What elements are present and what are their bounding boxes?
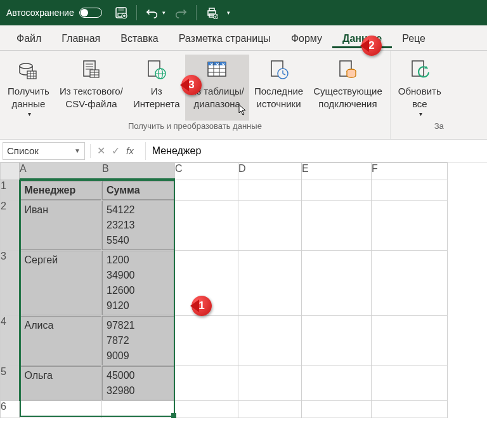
row-header-6[interactable]: 6 <box>1 400 20 418</box>
refresh-icon <box>407 57 432 82</box>
formula-bar: Список ▼ ✕ ✓ fx <box>0 140 487 162</box>
refresh-all-button[interactable]: Обновить все▾ <box>393 55 446 121</box>
cell-d3[interactable] <box>238 250 302 315</box>
svg-rect-5 <box>209 8 214 11</box>
row-header-1[interactable]: 1 <box>1 180 20 201</box>
ribbon-group-queries: Обновить все▾ За <box>391 51 449 139</box>
from-csv-label: Из текстового/ CSV-файла <box>60 85 123 110</box>
qat-customize-dropdown[interactable]: ▾ <box>227 10 230 16</box>
cell-a5[interactable]: Ольга <box>20 366 102 400</box>
cell-e5[interactable] <box>302 366 372 400</box>
spreadsheet-grid[interactable]: A B C D E F 1 Менеджер Сумма 2 Иван 5412… <box>0 162 448 418</box>
col-header-e[interactable]: E <box>302 163 372 180</box>
autosave-toggle[interactable] <box>79 8 102 18</box>
cell-f4[interactable] <box>372 315 448 366</box>
tab-review[interactable]: Реце <box>392 28 436 48</box>
cell-d5[interactable] <box>238 366 302 400</box>
from-table-icon <box>204 57 230 82</box>
select-all-corner[interactable] <box>1 163 20 180</box>
callout-1: 1 <box>192 296 212 316</box>
row-header-4[interactable]: 4 <box>1 315 20 366</box>
cell-f1[interactable] <box>372 180 448 201</box>
autosave-label: Автосохранение <box>6 8 74 18</box>
cell-e3[interactable] <box>302 250 372 315</box>
quick-access-toolbar: ▾ ▾ <box>115 5 230 20</box>
cell-c4[interactable] <box>175 315 238 366</box>
cell-c1[interactable] <box>175 180 238 201</box>
tab-page-layout[interactable]: Разметка страницы <box>169 28 281 48</box>
cell-f6[interactable] <box>372 400 448 418</box>
name-box[interactable]: Список ▼ <box>3 142 85 160</box>
row-header-3[interactable]: 3 <box>1 250 20 315</box>
from-csv-icon <box>79 57 104 82</box>
cell-e2[interactable] <box>302 200 372 250</box>
tab-home[interactable]: Главная <box>51 28 110 48</box>
name-box-dropdown-icon[interactable]: ▼ <box>74 147 81 154</box>
cell-c2[interactable] <box>175 200 238 250</box>
row-header-5[interactable]: 5 <box>1 366 20 400</box>
cell-a4[interactable]: Алиса <box>20 315 102 366</box>
cell-d6[interactable] <box>238 400 302 418</box>
undo-icon[interactable] <box>146 6 159 19</box>
cell-b1[interactable]: Сумма <box>102 180 175 201</box>
tab-insert[interactable]: Вставка <box>110 28 168 48</box>
from-text-csv-button[interactable]: Из текстового/ CSV-файла <box>55 55 128 121</box>
row-header-2[interactable]: 2 <box>1 200 20 250</box>
recent-sources-button[interactable]: Последние источники <box>249 55 308 121</box>
svg-point-8 <box>20 63 32 69</box>
cell-d4[interactable] <box>238 315 302 366</box>
cell-f3[interactable] <box>372 250 448 315</box>
cell-e1[interactable] <box>302 180 372 201</box>
quick-print-icon[interactable] <box>205 6 218 19</box>
formula-buttons: ✕ ✓ fx <box>91 145 140 157</box>
col-header-f[interactable]: F <box>372 163 448 180</box>
redo-icon[interactable] <box>174 6 187 19</box>
get-data-button[interactable]: Получить данные▾ <box>3 55 55 121</box>
ribbon-tabs: Файл Главная Вставка Разметка страницы Ф… <box>0 25 487 51</box>
cell-f2[interactable] <box>372 200 448 250</box>
undo-dropdown[interactable]: ▾ <box>162 10 166 16</box>
col-header-d[interactable]: D <box>238 163 302 180</box>
title-bar: Автосохранение ▾ ▾ <box>0 0 487 25</box>
from-web-label: Из Интернета <box>133 85 180 110</box>
cell-e6[interactable] <box>302 400 372 418</box>
cell-b5[interactable]: 45000 32980 <box>102 366 175 400</box>
dropdown-arrow-icon: ▾ <box>28 110 31 118</box>
col-header-c[interactable]: C <box>175 163 238 180</box>
cell-c6[interactable] <box>175 400 238 418</box>
recent-sources-icon <box>266 57 292 82</box>
cell-b2[interactable]: 54122 23213 5540 <box>102 200 175 250</box>
col-header-b[interactable]: B <box>102 163 175 180</box>
grid-container: A B C D E F 1 Менеджер Сумма 2 Иван 5412… <box>0 162 487 418</box>
cell-b3[interactable]: 1200 34900 12600 9120 <box>102 250 175 315</box>
cell-a2[interactable]: Иван <box>20 200 102 250</box>
cell-a3[interactable]: Сергей <box>20 250 102 315</box>
col-header-a[interactable]: A <box>20 163 102 180</box>
cancel-icon[interactable]: ✕ <box>97 145 105 157</box>
save-icon[interactable] <box>115 6 127 19</box>
fx-icon[interactable]: fx <box>126 145 134 156</box>
cell-e4[interactable] <box>302 315 372 366</box>
cell-f5[interactable] <box>372 366 448 400</box>
existing-connections-label: Существующие подключения <box>313 85 382 110</box>
svg-rect-9 <box>27 71 36 79</box>
existing-connections-button[interactable]: Существующие подключения <box>308 55 387 121</box>
dropdown-arrow-icon: ▾ <box>419 110 422 118</box>
cell-d2[interactable] <box>238 200 302 250</box>
ribbon: Получить данные▾ Из текстового/ CSV-файл… <box>0 51 487 140</box>
enter-icon[interactable]: ✓ <box>112 145 120 157</box>
cell-b4[interactable]: 97821 7872 9009 <box>102 315 175 366</box>
cell-d1[interactable] <box>238 180 302 201</box>
svg-rect-1 <box>119 8 124 11</box>
ribbon-group-label: Получить и преобразовать данные <box>3 121 387 131</box>
get-data-label: Получить данные <box>8 85 49 110</box>
tab-formulas[interactable]: Форму <box>281 28 332 48</box>
svg-rect-38 <box>412 61 424 76</box>
name-box-value: Список <box>7 145 39 156</box>
cell-b6[interactable] <box>102 400 175 418</box>
cell-a6[interactable] <box>20 400 102 418</box>
formula-input[interactable] <box>145 142 487 160</box>
cell-a1[interactable]: Менеджер <box>20 180 102 201</box>
cell-c5[interactable] <box>175 366 238 400</box>
tab-file[interactable]: Файл <box>6 28 51 48</box>
